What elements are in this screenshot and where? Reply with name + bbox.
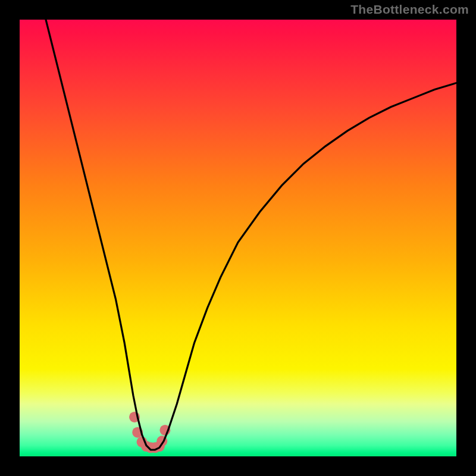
- bottleneck-curve: [46, 20, 456, 450]
- marker-series: [129, 412, 170, 453]
- plot-area: [20, 20, 456, 456]
- chart-frame: TheBottleneck.com: [0, 0, 476, 476]
- chart-overlay: [20, 20, 456, 456]
- watermark-text: TheBottleneck.com: [350, 2, 469, 17]
